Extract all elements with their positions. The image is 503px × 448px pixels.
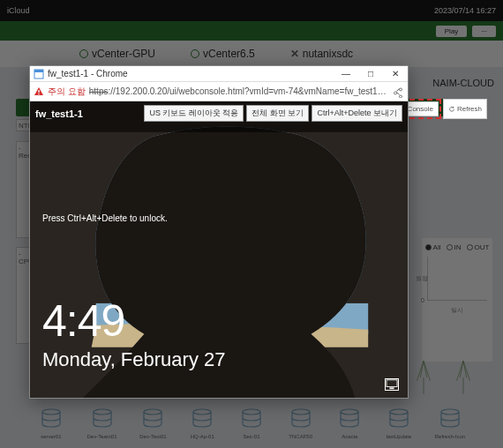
share-icon[interactable] bbox=[392, 86, 404, 98]
refresh-button[interactable]: Refresh bbox=[443, 99, 487, 119]
lock-date: Monday, February 27 bbox=[42, 348, 225, 371]
svg-rect-17 bbox=[389, 387, 394, 389]
window-title: fw_test1-1 - Chrome bbox=[48, 69, 334, 78]
fullscreen-button[interactable]: 전체 화면 보기 bbox=[246, 105, 309, 122]
close-button[interactable]: ✕ bbox=[383, 66, 408, 81]
chrome-address-bar[interactable]: 주의 요함 https://192.200.0.20/ui/webconsole… bbox=[30, 82, 408, 101]
unlock-hint: Press Ctrl+Alt+Delete to unlock. bbox=[42, 213, 168, 223]
refresh-icon bbox=[448, 106, 455, 113]
chrome-titlebar[interactable]: fw_test1-1 - Chrome — □ ✕ bbox=[30, 66, 408, 82]
maximize-button[interactable]: □ bbox=[358, 66, 383, 81]
vm-name-label: fw_test1-1 bbox=[35, 108, 83, 119]
svg-rect-11 bbox=[38, 90, 39, 93]
page-icon bbox=[34, 69, 44, 79]
svg-rect-10 bbox=[34, 70, 43, 72]
warning-icon bbox=[34, 86, 44, 97]
minimize-button[interactable]: — bbox=[334, 66, 358, 81]
svg-rect-16 bbox=[387, 380, 397, 387]
console-toolbar: fw_test1-1 US 키보드 레이아웃 적용 전체 화면 보기 Ctrl+… bbox=[30, 101, 408, 125]
lock-time: 4:49 bbox=[42, 295, 124, 347]
keyboard-layout-button[interactable]: US 키보드 레이아웃 적용 bbox=[144, 105, 244, 122]
vm-console-viewport[interactable]: fw_test1-1 US 키보드 레이아웃 적용 전체 화면 보기 Ctrl+… bbox=[30, 101, 408, 398]
url-text: https://192.200.0.20/ui/webconsole.html?… bbox=[89, 86, 388, 96]
svg-rect-12 bbox=[38, 93, 39, 94]
send-cad-button[interactable]: Ctrl+Alt+Delete 보내기 bbox=[312, 105, 402, 122]
network-icon bbox=[385, 378, 399, 391]
security-warning: 주의 요함 bbox=[48, 86, 86, 98]
chrome-popup-window: fw_test1-1 - Chrome — □ ✕ 주의 요함 https://… bbox=[29, 65, 409, 399]
